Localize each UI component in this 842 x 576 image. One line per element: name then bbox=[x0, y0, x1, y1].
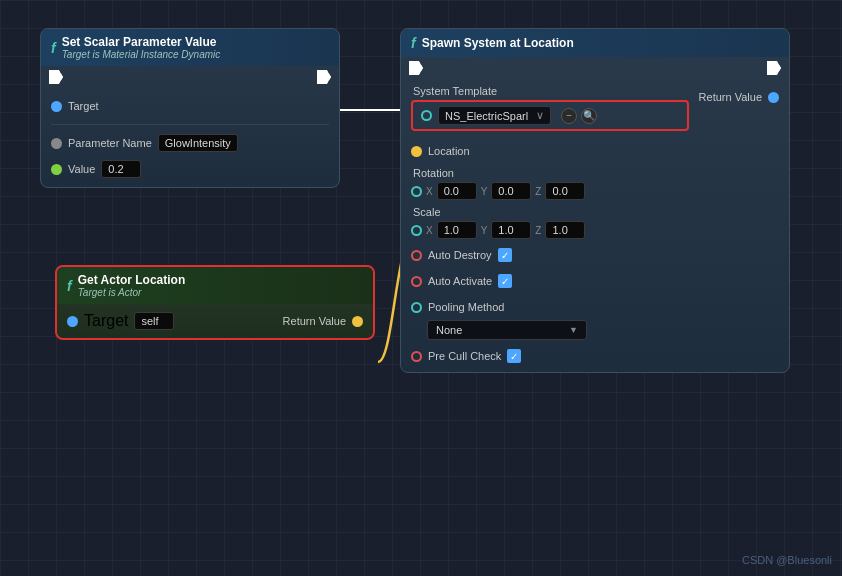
target-label: Target bbox=[68, 100, 99, 112]
actor-header: f Get Actor Location Target is Actor bbox=[57, 267, 373, 304]
function-icon-3: f bbox=[411, 35, 416, 51]
value-pin[interactable] bbox=[51, 164, 62, 175]
return-value-label: Return Value bbox=[699, 91, 762, 103]
pooling-label: Pooling Method bbox=[428, 301, 504, 313]
set-scalar-header: f Set Scalar Parameter Value Target is M… bbox=[41, 29, 339, 66]
pooling-pin[interactable] bbox=[411, 302, 422, 313]
pre-cull-pin[interactable] bbox=[411, 351, 422, 362]
system-template-pin[interactable] bbox=[421, 110, 432, 121]
pooling-dropdown[interactable]: None ▼ bbox=[427, 320, 587, 340]
scale-x-field[interactable]: 1.0 bbox=[437, 221, 477, 239]
rot-y-field[interactable]: 0.0 bbox=[491, 182, 531, 200]
location-label: Location bbox=[428, 145, 470, 157]
actor-return-label: Return Value bbox=[283, 315, 346, 327]
exec-row bbox=[41, 66, 339, 88]
actor-target-field[interactable]: self bbox=[134, 312, 174, 330]
pooling-section: Pooling Method None ▼ bbox=[411, 297, 689, 340]
pre-cull-label: Pre Cull Check bbox=[428, 350, 501, 362]
actor-title: Get Actor Location bbox=[78, 273, 186, 287]
spawn-exec-out[interactable] bbox=[767, 61, 781, 75]
rot-z-field[interactable]: 0.0 bbox=[545, 182, 585, 200]
auto-destroy-pin[interactable] bbox=[411, 250, 422, 261]
rotation-label: Rotation bbox=[413, 167, 689, 179]
function-icon-2: f bbox=[67, 278, 72, 294]
scale-y-field[interactable]: 1.0 bbox=[491, 221, 531, 239]
template-search-button[interactable]: 🔍 bbox=[581, 108, 597, 124]
spawn-body: System Template NS_ElectricSparl ∨ − 🔍 bbox=[401, 79, 789, 372]
system-template-box: NS_ElectricSparl ∨ − 🔍 bbox=[411, 100, 689, 131]
scale-label: Scale bbox=[413, 206, 689, 218]
template-dropdown[interactable]: NS_ElectricSparl ∨ bbox=[438, 106, 551, 125]
scale-y-label: Y bbox=[481, 225, 488, 236]
return-value-row: Return Value bbox=[699, 87, 779, 107]
rotation-xyz-row: X 0.0 Y 0.0 Z 0.0 bbox=[411, 182, 689, 200]
spawn-left-section: System Template NS_ElectricSparl ∨ − 🔍 bbox=[411, 85, 689, 366]
pooling-value: None bbox=[436, 324, 462, 336]
rotation-section: Rotation X 0.0 Y 0.0 Z 0.0 bbox=[411, 167, 689, 200]
spawn-system-node: f Spawn System at Location System Templa… bbox=[400, 28, 790, 373]
param-name-pin-row: Parameter Name GlowIntensity bbox=[51, 133, 329, 153]
system-template-section: System Template NS_ElectricSparl ∨ − 🔍 bbox=[411, 85, 689, 135]
value-label: Value bbox=[68, 163, 95, 175]
template-value: NS_ElectricSparl bbox=[445, 110, 528, 122]
spawn-exec-in[interactable] bbox=[409, 61, 423, 75]
auto-destroy-row: Auto Destroy ✓ bbox=[411, 245, 689, 265]
param-name-field[interactable]: GlowIntensity bbox=[158, 134, 238, 152]
actor-body: Target self Return Value bbox=[57, 304, 373, 338]
spawn-header: f Spawn System at Location bbox=[401, 29, 789, 57]
spawn-title: Spawn System at Location bbox=[422, 36, 574, 50]
rot-x-field[interactable]: 0.0 bbox=[437, 182, 477, 200]
auto-destroy-label: Auto Destroy bbox=[428, 249, 492, 261]
value-pin-row: Value 0.2 bbox=[51, 159, 329, 179]
return-value-pin[interactable] bbox=[768, 92, 779, 103]
auto-activate-checkbox[interactable]: ✓ bbox=[498, 274, 512, 288]
exec-out-pin[interactable] bbox=[317, 70, 331, 84]
location-pin[interactable] bbox=[411, 146, 422, 157]
value-field[interactable]: 0.2 bbox=[101, 160, 141, 178]
location-pin-row: Location bbox=[411, 141, 689, 161]
auto-activate-row: Auto Activate ✓ bbox=[411, 271, 689, 291]
actor-subtitle: Target is Actor bbox=[78, 287, 186, 298]
rotation-pin[interactable] bbox=[411, 186, 422, 197]
param-name-label: Parameter Name bbox=[68, 137, 152, 149]
scale-z-label: Z bbox=[535, 225, 541, 236]
set-scalar-parameter-node: f Set Scalar Parameter Value Target is M… bbox=[40, 28, 340, 188]
scale-z-field[interactable]: 1.0 bbox=[545, 221, 585, 239]
auto-activate-pin[interactable] bbox=[411, 276, 422, 287]
target-pin[interactable] bbox=[51, 101, 62, 112]
set-scalar-subtitle: Target is Material Instance Dynamic bbox=[62, 49, 221, 60]
scale-section: Scale X 1.0 Y 1.0 Z 1.0 bbox=[411, 206, 689, 239]
actor-target-section: Target self bbox=[67, 312, 174, 330]
actor-return-pin[interactable] bbox=[352, 316, 363, 327]
actor-target-pin[interactable] bbox=[67, 316, 78, 327]
auto-destroy-checkbox[interactable]: ✓ bbox=[498, 248, 512, 262]
spawn-right-section: Return Value bbox=[699, 85, 779, 366]
watermark: CSDN @Bluesonli bbox=[742, 554, 832, 566]
template-icon-group: − 🔍 bbox=[561, 108, 597, 124]
rot-z-label: Z bbox=[535, 186, 541, 197]
spawn-exec-row bbox=[401, 57, 789, 79]
system-template-label: System Template bbox=[413, 85, 689, 97]
param-name-pin[interactable] bbox=[51, 138, 62, 149]
target-pin-row: Target bbox=[51, 96, 329, 116]
exec-in-pin[interactable] bbox=[49, 70, 63, 84]
template-minus-button[interactable]: − bbox=[561, 108, 577, 124]
pre-cull-row: Pre Cull Check ✓ bbox=[411, 346, 689, 366]
scale-pin[interactable] bbox=[411, 225, 422, 236]
rot-y-label: Y bbox=[481, 186, 488, 197]
pooling-pin-row: Pooling Method bbox=[411, 297, 689, 317]
rot-x-label: X bbox=[426, 186, 433, 197]
set-scalar-title: Set Scalar Parameter Value bbox=[62, 35, 217, 49]
scale-x-label: X bbox=[426, 225, 433, 236]
auto-activate-label: Auto Activate bbox=[428, 275, 492, 287]
get-actor-location-node: f Get Actor Location Target is Actor Tar… bbox=[55, 265, 375, 340]
scalar-body: Target Parameter Name GlowIntensity Valu… bbox=[41, 88, 339, 187]
actor-return-section: Return Value bbox=[283, 315, 363, 327]
function-icon: f bbox=[51, 40, 56, 56]
pre-cull-checkbox[interactable]: ✓ bbox=[507, 349, 521, 363]
scale-xyz-row: X 1.0 Y 1.0 Z 1.0 bbox=[411, 221, 689, 239]
pooling-chevron-icon: ▼ bbox=[569, 325, 578, 335]
actor-target-label: Target bbox=[84, 312, 128, 330]
